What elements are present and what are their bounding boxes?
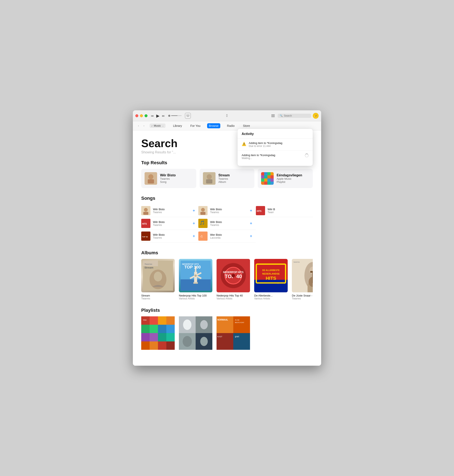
fast-forward-button[interactable]: ⏭ [162, 114, 165, 117]
search-icon: 🔍 [280, 114, 283, 117]
song-item-1[interactable]: Wêr Bisto Twarres + [141, 204, 198, 217]
album-name-allerbeste: De Allerbeste... [254, 294, 288, 297]
song-name-5: Wêr Bisto [210, 220, 246, 224]
close-button[interactable] [135, 114, 138, 117]
album-stream[interactable]: Twarres Stream Stream Twarres [141, 259, 175, 300]
svg-rect-3 [148, 179, 154, 183]
album-juste[interactable]: twarres De Júste Snaar - Twarres [292, 259, 313, 300]
svg-rect-6 [206, 179, 212, 183]
song-item-3[interactable]: TOP 40 Wêr Bisto Twarres + [141, 230, 198, 243]
album-nederpop100[interactable]: NEDERPOP HITS TOP 100 Nederpop Hits Top … [179, 259, 212, 300]
nav-library[interactable]: Library [171, 123, 184, 128]
top-result-sub1-eendags: Apple Music [277, 177, 310, 180]
song-artist-1: Twarres [153, 211, 189, 214]
svg-rect-63 [254, 280, 288, 292]
add-song-2-button[interactable]: + [192, 221, 196, 226]
song-info-6: Wer Bisto Laccorda [210, 233, 246, 239]
song-item-6[interactable]: ♫ Wer Bisto Laccorda + [198, 230, 256, 243]
album-allerbeste[interactable]: DE ALLERBESTE NEDERLANDSE HITS (TOP 20) … [254, 259, 288, 300]
svg-rect-16 [264, 178, 267, 182]
svg-text:NEDERLANDSE: NEDERLANDSE [262, 272, 280, 275]
svg-rect-10 [271, 172, 274, 175]
volume-slider[interactable] [171, 115, 182, 116]
svg-rect-17 [267, 178, 271, 182]
songs-column-2: Wêr Bisto Twarres + 🎵 Wêr Bisto Twarres [198, 204, 256, 243]
song-art-5: 🎵 [198, 219, 208, 228]
titlebar-right: 🔍 ⚠️ [270, 113, 319, 119]
volume-control[interactable] [168, 115, 182, 117]
svg-rect-90 [158, 341, 166, 350]
alert-button[interactable]: ⚠️ [313, 113, 319, 119]
svg-point-99 [183, 336, 192, 347]
top-result-sub2-eendags: Playlist [277, 180, 310, 183]
playlist-art-2 [179, 316, 212, 350]
rewind-button[interactable]: ⏮ [151, 114, 154, 117]
svg-point-24 [144, 208, 148, 212]
svg-rect-18 [271, 178, 274, 182]
album-art-nederpop100: NEDERPOP HITS TOP 100 [179, 259, 212, 292]
song-info-3: Wêr Bisto Twarres [153, 233, 189, 239]
add-song-6-button[interactable]: + [249, 234, 253, 239]
song-item-4[interactable]: Wêr Bisto Twarres + [198, 204, 256, 217]
add-song-5-button[interactable]: + [249, 221, 253, 226]
song-art-2: HITS [141, 219, 151, 228]
svg-point-61 [232, 274, 235, 277]
album-art-allerbeste: DE ALLERBESTE NEDERLANDSE HITS (TOP 20) [254, 259, 288, 292]
songs-heading: Songs [141, 196, 313, 201]
app-window: ⏮ ▶ ⏭  🔍 ⚠️ [133, 110, 321, 366]
song-artist-partial: Twarr [268, 211, 313, 214]
maximize-button[interactable] [144, 114, 147, 117]
song-name-2: Wêr Bisto [153, 220, 189, 224]
search-box[interactable]: 🔍 [278, 114, 311, 118]
song-item-partial[interactable]: HITS Wêr B Twarr [256, 204, 313, 217]
svg-text:YOU: YOU [143, 319, 147, 321]
source-label: Music [154, 124, 161, 127]
playlist-item-2[interactable] [179, 316, 212, 352]
svg-rect-21 [267, 182, 271, 185]
activity-text-1: Adding item to *Koningsdag Due to error … [249, 141, 309, 147]
add-song-1-button[interactable]: + [192, 208, 196, 213]
song-artist-3: Twarres [153, 236, 189, 239]
song-item-5[interactable]: 🎵 Wêr Bisto Twarres + [198, 217, 256, 230]
svg-rect-0 [187, 116, 189, 117]
activity-main-2: Adding item to *Koningsdag [242, 154, 302, 157]
song-name-1: Wêr Bisto [153, 208, 189, 211]
album-art-juste: twarres [292, 259, 313, 292]
activity-text-2: Adding item to *Koningsdag Waiting... [242, 154, 302, 160]
top-result-stream[interactable]: Stream Twarres Album [200, 169, 255, 188]
svg-point-31 [201, 208, 205, 212]
songs-column-1: Wêr Bisto Twarres + HITS Wêr Bisto Twarr… [141, 204, 198, 243]
play-button[interactable]: ▶ [156, 113, 159, 118]
song-info-1: Wêr Bisto Twarres [153, 208, 189, 214]
source-selector[interactable]: ♪ Music ⌄ [150, 124, 166, 128]
list-view-button[interactable] [270, 113, 276, 119]
add-song-3-button[interactable]: + [192, 234, 196, 239]
forward-button[interactable]: › [142, 124, 146, 128]
albums-section: Albums Twarres Stream [141, 250, 313, 300]
song-art-3: TOP 40 [141, 232, 151, 241]
svg-rect-82 [158, 325, 166, 333]
activity-sub-2: Waiting... [242, 157, 302, 160]
nav-store[interactable]: Store [241, 123, 251, 128]
nav-radio[interactable]: Radio [225, 123, 236, 128]
song-item-2[interactable]: HITS Wêr Bisto Twarres + [141, 217, 198, 230]
volume-icon [168, 115, 170, 117]
svg-text:IN DE: IN DE [235, 319, 239, 321]
playlist-item-1[interactable]: YOU [141, 316, 175, 352]
minimize-button[interactable] [140, 114, 143, 117]
search-input[interactable] [284, 114, 309, 117]
nav-for-you[interactable]: For You [189, 123, 202, 128]
top-result-wer-bisto[interactable]: Wêr Bisto Twarres Song [141, 169, 196, 188]
back-button[interactable]: ‹ [136, 124, 141, 128]
playlist-art-1: YOU [141, 316, 175, 350]
album-art-nederpop40: NEDERPOP HITS TOP 40 [217, 259, 250, 292]
top-result-eendags[interactable]: Eéndagsvliegen Apple Music Playlist [258, 169, 313, 188]
add-song-4-button[interactable]: + [249, 208, 253, 213]
svg-point-97 [183, 320, 191, 330]
svg-text:(TOP 20): (TOP 20) [278, 282, 285, 284]
album-nederpop40[interactable]: NEDERPOP HITS TOP 40 Nederpop Hits Top 4… [217, 259, 250, 300]
nav-browse[interactable]: Browse [207, 123, 220, 128]
playlist-item-3[interactable]: NORMAAL IN DE BESTE KONT KAST grari [217, 316, 250, 352]
song-name-4: Wêr Bisto [210, 208, 246, 211]
airplay-button[interactable] [185, 113, 191, 119]
